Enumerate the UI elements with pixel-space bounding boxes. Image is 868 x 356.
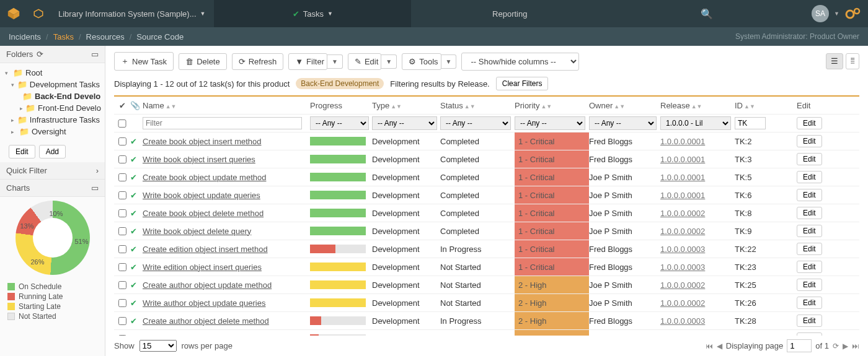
edit-button[interactable]: ✎Edit <box>348 53 381 70</box>
col-priority[interactable]: Priority▲▼ <box>515 101 589 110</box>
filter-dropdown[interactable]: ▼ <box>327 54 343 69</box>
task-release-link[interactable]: 1.0.0.0.0003 <box>660 245 705 254</box>
task-release-link[interactable]: 1.0.0.0.0002 <box>660 209 705 218</box>
task-name-link[interactable]: Create author object update method <box>143 280 272 290</box>
task-release-link[interactable]: 1.0.0.0.0003 <box>660 316 705 326</box>
row-check[interactable] <box>118 137 126 145</box>
secondary-logo-icon[interactable] <box>27 8 50 19</box>
tree-frontend[interactable]: ▸📁Front-End Develo <box>2 102 102 114</box>
delete-button[interactable]: 🗑Delete <box>179 53 227 70</box>
page-last-icon[interactable]: ⏭ <box>852 342 859 350</box>
row-edit-button[interactable]: Edit <box>797 171 822 183</box>
clear-filters-button[interactable]: Clear Filters <box>496 77 549 90</box>
app-logo-icon[interactable] <box>0 0 27 27</box>
task-name-link[interactable]: Create book object delete method <box>143 209 264 218</box>
row-edit-button[interactable]: Edit <box>797 315 822 327</box>
filter-edit-button[interactable]: Edit <box>797 117 822 129</box>
row-check[interactable] <box>118 155 126 163</box>
check-all[interactable]: ✔ <box>114 101 130 110</box>
page-input[interactable] <box>787 339 812 352</box>
page-prev-icon[interactable]: ◀ <box>717 342 722 350</box>
task-release-link[interactable]: 1.0.0.0.0003 <box>660 263 705 272</box>
row-edit-button[interactable]: Edit <box>797 153 822 165</box>
folders-edit-button[interactable]: Edit <box>9 145 35 158</box>
row-check[interactable] <box>118 245 126 253</box>
task-release-link[interactable]: 1.0.0.0.0002 <box>660 227 705 236</box>
attachment-icon[interactable]: 📎 <box>130 101 143 110</box>
col-progress[interactable]: Progress <box>310 101 372 110</box>
task-release-link[interactable]: 1.0.0.0.0002 <box>660 298 705 308</box>
filter-progress[interactable]: -- Any -- <box>310 116 369 130</box>
tree-backend[interactable]: 📁Back-End Develo <box>2 90 102 102</box>
filter-priority[interactable]: -- Any -- <box>515 116 585 130</box>
filter-check[interactable] <box>115 119 130 128</box>
page-refresh-icon[interactable]: ⟳ <box>833 342 839 350</box>
row-edit-button[interactable]: Edit <box>797 135 822 147</box>
row-edit-button[interactable]: Edit <box>797 261 822 273</box>
tree-oversight[interactable]: ▸📁Oversight <box>2 126 102 137</box>
filter-id[interactable] <box>735 117 766 129</box>
row-check[interactable] <box>118 281 126 289</box>
tools-button[interactable]: ⚙Tools <box>402 53 441 70</box>
col-type[interactable]: Type▲▼ <box>372 101 440 110</box>
tab-tasks[interactable]: ✔Tasks▼ <box>214 0 411 27</box>
row-check[interactable] <box>118 209 126 217</box>
row-check[interactable] <box>118 263 126 271</box>
folders-header[interactable]: Folders⟳▭ <box>0 46 105 63</box>
list-view-icon[interactable]: ☰ <box>826 53 843 69</box>
page-first-icon[interactable]: ⏮ <box>706 342 713 350</box>
chevron-down-icon[interactable]: ▼ <box>834 11 839 17</box>
task-name-link[interactable]: Create book object update method <box>143 173 266 182</box>
row-edit-button[interactable]: Edit <box>797 297 822 309</box>
collapse-icon[interactable]: ▭ <box>91 50 99 59</box>
page-next-icon[interactable]: ▶ <box>843 342 848 350</box>
row-check[interactable] <box>118 191 126 199</box>
task-name-link[interactable]: Create author object delete method <box>143 316 269 326</box>
task-release-link[interactable]: 1.0.0.0.0002 <box>660 280 705 290</box>
new-task-button[interactable]: ＋New Task <box>114 52 174 71</box>
tree-infra[interactable]: ▸📁Infrastructure Tasks <box>2 114 102 126</box>
tree-dev-tasks[interactable]: ▾📁Development Tasks <box>2 79 102 90</box>
charts-header[interactable]: Charts▭ <box>0 180 105 197</box>
edit-dropdown[interactable]: ▼ <box>381 54 397 69</box>
collapse-icon[interactable]: ▭ <box>91 183 99 193</box>
showhide-columns[interactable]: -- Show/hide columns -- <box>461 53 579 71</box>
filter-button[interactable]: ▼Filter <box>288 53 327 70</box>
col-owner[interactable]: Owner▲▼ <box>589 101 660 110</box>
project-selector[interactable]: Library Information System (Sample)...▼ <box>50 0 214 27</box>
col-release[interactable]: Release▲▼ <box>660 101 735 110</box>
search-button[interactable]: 🔍 <box>608 0 805 27</box>
task-name-link[interactable]: Write book object update queries <box>143 191 260 200</box>
folders-add-button[interactable]: Add <box>39 145 66 158</box>
row-check[interactable] <box>118 299 126 307</box>
row-check[interactable] <box>118 317 126 325</box>
subnav-incidents[interactable]: Incidents <box>9 32 41 41</box>
settings-gear-icon[interactable] <box>844 7 862 20</box>
tab-reporting[interactable]: Reporting <box>411 0 608 27</box>
task-name-link[interactable]: Write edition object insert queries <box>143 263 262 272</box>
refresh-button[interactable]: ⟳Refresh <box>232 53 284 70</box>
user-avatar[interactable]: SA <box>812 5 829 22</box>
row-edit-button[interactable]: Edit <box>797 279 822 291</box>
filter-owner[interactable]: -- Any -- <box>589 116 657 130</box>
task-name-link[interactable]: Create edition object insert method <box>143 245 268 254</box>
task-release-link[interactable]: 1.0.0.0.0001 <box>660 137 705 146</box>
quickfilter-header[interactable]: Quick Filter› <box>0 162 105 180</box>
filter-name[interactable] <box>143 117 302 129</box>
row-check[interactable] <box>118 227 126 235</box>
filter-type[interactable]: -- Any -- <box>372 116 437 130</box>
task-name-link[interactable]: Create book object insert method <box>143 137 262 146</box>
filter-status[interactable]: -- Any -- <box>440 116 511 130</box>
subnav-resources[interactable]: Resources <box>86 32 125 41</box>
row-edit-button[interactable]: Edit <box>797 243 822 255</box>
col-status[interactable]: Status▲▼ <box>440 101 515 110</box>
page-size[interactable]: 15 <box>140 340 177 352</box>
task-release-link[interactable]: 1.0.0.0.0001 <box>660 173 705 182</box>
row-edit-button[interactable]: Edit <box>797 207 822 219</box>
refresh-icon[interactable]: ⟳ <box>37 50 43 59</box>
tree-root[interactable]: ▾📁Root <box>2 67 102 79</box>
subnav-source[interactable]: Source Code <box>136 32 184 41</box>
board-view-icon[interactable]: ⦙⦙⦙ <box>846 53 859 69</box>
row-edit-button[interactable]: Edit <box>797 189 822 201</box>
row-edit-button[interactable]: Edit <box>797 225 822 237</box>
